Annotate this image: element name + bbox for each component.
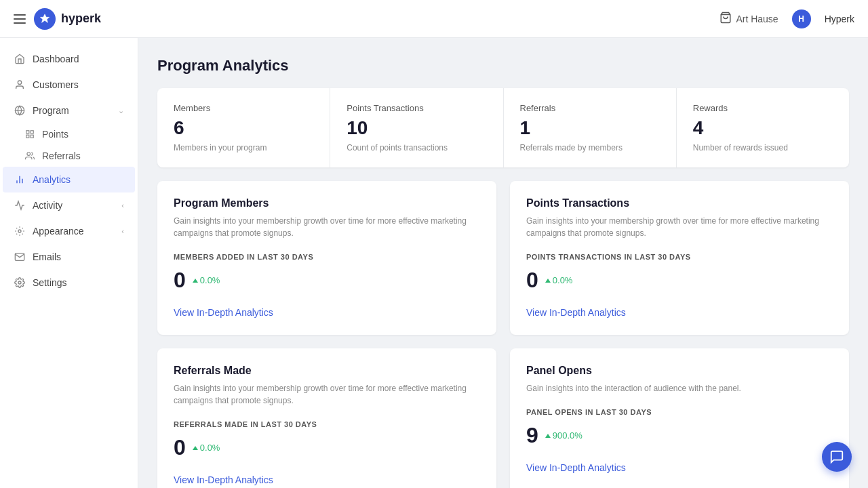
stat-points-label: Points Transactions bbox=[347, 103, 486, 113]
card-panel-opens: Panel Opens Gain insights into the inter… bbox=[510, 348, 849, 488]
arrow-up-icon bbox=[545, 434, 551, 438]
card-program-members-title: Program Members bbox=[174, 197, 480, 209]
bar-chart-icon bbox=[14, 174, 26, 186]
sidebar-label-points: Points bbox=[42, 129, 68, 140]
card-points-transactions-metric-change: 0.0% bbox=[545, 275, 573, 285]
email-icon bbox=[14, 251, 26, 263]
stat-referrals-desc: Referrals made by members bbox=[520, 143, 660, 152]
svg-rect-6 bbox=[31, 135, 33, 138]
svg-point-1 bbox=[18, 81, 21, 84]
home-icon bbox=[14, 53, 26, 65]
sidebar-label-emails: Emails bbox=[33, 251, 124, 262]
sidebar: Dashboard Customers Program ⌄ Points bbox=[0, 38, 138, 488]
card-referrals-made: Referrals Made Gain insights into your m… bbox=[157, 348, 496, 488]
card-panel-opens-title: Panel Opens bbox=[526, 365, 833, 377]
sidebar-label-dashboard: Dashboard bbox=[33, 54, 124, 64]
arrow-up-icon bbox=[193, 446, 198, 450]
card-program-members-metric-change: 0.0% bbox=[193, 275, 220, 285]
card-panel-opens-desc: Gain insights into the interaction of au… bbox=[526, 382, 833, 394]
sidebar-label-activity: Activity bbox=[33, 200, 115, 211]
card-program-members-desc: Gain insights into your membership growt… bbox=[174, 215, 480, 239]
store-selector[interactable]: Art Hause bbox=[719, 12, 778, 26]
sidebar-item-activity[interactable]: Activity ‹ bbox=[3, 192, 135, 218]
topnav-right: Art Hause H Hyperk bbox=[719, 9, 854, 28]
user-group-icon bbox=[24, 150, 35, 161]
sidebar-label-customers: Customers bbox=[33, 79, 124, 90]
sidebar-item-settings[interactable]: Settings bbox=[3, 270, 135, 296]
chat-bubble[interactable] bbox=[822, 442, 852, 472]
stat-members-label: Members bbox=[174, 103, 313, 113]
card-referrals-made-link[interactable]: View In-Depth Analytics bbox=[174, 474, 273, 485]
stats-row: Members 6 Members in your program Points… bbox=[157, 88, 849, 167]
stat-rewards-value: 4 bbox=[693, 117, 833, 139]
card-referrals-made-metric-label: REFERRALS MADE IN LAST 30 DAYS bbox=[174, 420, 480, 428]
chevron-left-icon-appearance: ‹ bbox=[121, 227, 124, 235]
user-name: Hyperk bbox=[825, 14, 854, 24]
card-program-members-metric-label: MEMBERS ADDED IN LAST 30 DAYS bbox=[174, 253, 480, 261]
sidebar-item-appearance[interactable]: Appearance ‹ bbox=[3, 218, 135, 244]
user-avatar: H bbox=[792, 9, 811, 28]
grid-icon bbox=[24, 129, 35, 140]
card-points-transactions-link[interactable]: View In-Depth Analytics bbox=[526, 307, 626, 318]
sidebar-item-emails[interactable]: Emails bbox=[3, 244, 135, 270]
card-points-transactions-metric-value: 0 bbox=[526, 268, 538, 293]
logo-icon bbox=[34, 8, 56, 30]
sidebar-label-settings: Settings bbox=[33, 277, 124, 288]
sidebar-item-analytics[interactable]: Analytics bbox=[3, 167, 135, 192]
stat-referrals-label: Referrals bbox=[520, 103, 660, 113]
svg-point-8 bbox=[27, 152, 31, 156]
card-panel-opens-metric-value: 9 bbox=[526, 423, 538, 448]
user-icon bbox=[14, 79, 26, 91]
topnav-left: hyperk bbox=[14, 8, 101, 30]
main-content: Program Analytics Members 6 Members in y… bbox=[138, 38, 868, 488]
card-points-transactions-desc: Gain insights into your membership growt… bbox=[526, 215, 833, 239]
sidebar-label-program: Program bbox=[33, 105, 111, 116]
logo-text: hyperk bbox=[61, 12, 101, 26]
card-program-members: Program Members Gain insights into your … bbox=[157, 181, 496, 335]
svg-rect-5 bbox=[31, 131, 33, 134]
card-referrals-made-metric-row: 0 0.0% bbox=[174, 435, 480, 460]
activity-icon bbox=[14, 199, 26, 211]
stat-points-desc: Count of points transactions bbox=[347, 143, 486, 152]
sidebar-item-points[interactable]: Points bbox=[0, 123, 138, 145]
appearance-icon bbox=[14, 225, 26, 237]
page-title: Program Analytics bbox=[157, 57, 849, 75]
layout: Dashboard Customers Program ⌄ Points bbox=[0, 38, 868, 488]
card-panel-opens-metric-label: PANEL OPENS IN LAST 30 DAYS bbox=[526, 408, 833, 416]
sidebar-label-referrals: Referrals bbox=[42, 150, 81, 161]
stat-rewards: Rewards 4 Number of rewards issued bbox=[677, 88, 849, 167]
cards-grid: Program Members Gain insights into your … bbox=[157, 181, 849, 488]
sidebar-item-customers[interactable]: Customers bbox=[3, 72, 135, 98]
card-panel-opens-metric-change: 900.0% bbox=[545, 430, 583, 441]
arrow-up-icon bbox=[545, 279, 551, 283]
menu-button[interactable] bbox=[14, 14, 26, 24]
card-program-members-metric-value: 0 bbox=[174, 268, 186, 293]
card-program-members-metric-row: 0 0.0% bbox=[174, 268, 480, 293]
chevron-down-icon: ⌄ bbox=[118, 106, 124, 115]
card-referrals-made-metric-value: 0 bbox=[174, 435, 186, 460]
stat-members-desc: Members in your program bbox=[174, 143, 313, 152]
stat-members-value: 6 bbox=[174, 117, 313, 139]
sidebar-item-program[interactable]: Program ⌄ bbox=[3, 98, 135, 123]
card-panel-opens-metric-row: 9 900.0% bbox=[526, 423, 833, 448]
stat-referrals-value: 1 bbox=[520, 117, 660, 139]
svg-rect-7 bbox=[26, 135, 29, 138]
card-points-transactions: Points Transactions Gain insights into y… bbox=[510, 181, 849, 335]
card-points-transactions-title: Points Transactions bbox=[526, 197, 833, 209]
sidebar-item-dashboard[interactable]: Dashboard bbox=[3, 46, 135, 72]
sidebar-label-appearance: Appearance bbox=[33, 226, 115, 237]
svg-point-12 bbox=[18, 230, 21, 232]
stat-points: Points Transactions 10 Count of points t… bbox=[330, 88, 503, 167]
globe-icon bbox=[14, 104, 26, 117]
logo[interactable]: hyperk bbox=[34, 8, 101, 30]
sidebar-item-referrals[interactable]: Referrals bbox=[0, 145, 138, 167]
card-referrals-made-title: Referrals Made bbox=[174, 365, 480, 377]
card-panel-opens-link[interactable]: View In-Depth Analytics bbox=[526, 462, 626, 473]
arrow-up-icon bbox=[193, 279, 198, 283]
stat-rewards-label: Rewards bbox=[693, 103, 833, 113]
svg-rect-4 bbox=[26, 131, 29, 134]
card-program-members-link[interactable]: View In-Depth Analytics bbox=[174, 307, 273, 318]
stat-members: Members 6 Members in your program bbox=[157, 88, 330, 167]
cart-icon bbox=[719, 12, 732, 26]
stat-points-value: 10 bbox=[347, 117, 486, 139]
